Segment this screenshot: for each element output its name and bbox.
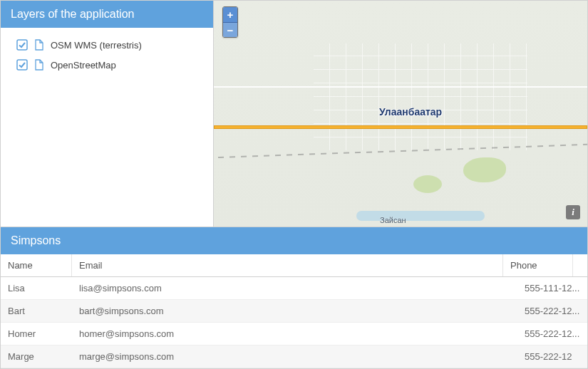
layers-panel-title: Layers of the application <box>1 1 213 28</box>
map-park <box>413 175 442 193</box>
column-header-name[interactable]: Name <box>1 254 72 276</box>
map-secondary-road <box>214 86 587 88</box>
map-sub-label: Зайсан <box>380 216 406 224</box>
layers-panel: Layers of the application OSM WMS (terre… <box>0 0 214 227</box>
checkbox-checked-icon[interactable] <box>16 59 28 71</box>
cell-email: bart@simpsons.com <box>72 300 517 322</box>
file-icon <box>33 59 45 71</box>
grid: Name Email Phone Lisa lisa@simpsons.com … <box>1 254 587 368</box>
plus-icon: + <box>227 9 234 21</box>
cell-phone: 555-222-12... <box>517 300 587 322</box>
cell-name: Marge <box>1 345 72 368</box>
upper-region: Layers of the application OSM WMS (terre… <box>0 0 588 227</box>
app-root: Layers of the application OSM WMS (terre… <box>0 0 588 369</box>
table-row[interactable]: Homer homer@simpsons.com 555-222-12... <box>1 323 587 345</box>
svg-rect-1 <box>17 60 27 70</box>
cell-name: Lisa <box>1 277 72 299</box>
cell-email: marge@simpsons.com <box>72 345 517 368</box>
cell-phone: 555-111-12... <box>517 277 587 299</box>
minus-icon: − <box>227 24 234 36</box>
cell-email: lisa@simpsons.com <box>72 277 517 299</box>
column-header-phone[interactable]: Phone <box>503 254 573 276</box>
map-water <box>356 211 485 221</box>
column-header-email[interactable]: Email <box>72 254 503 276</box>
map-street-grid <box>314 43 527 150</box>
svg-rect-0 <box>17 40 27 50</box>
grid-header-row: Name Email Phone <box>1 254 587 277</box>
file-icon <box>33 39 45 51</box>
map-main-road <box>214 125 587 129</box>
checkbox-checked-icon[interactable] <box>16 39 28 51</box>
cell-name: Homer <box>1 323 72 345</box>
cell-phone: 555-222-12... <box>517 323 587 345</box>
table-row[interactable]: Bart bart@simpsons.com 555-222-12... <box>1 300 587 323</box>
table-row[interactable]: Marge marge@simpsons.com 555-222-12 <box>1 345 587 368</box>
cell-phone: 555-222-12 <box>517 345 587 368</box>
layer-item-openstreetmap[interactable]: OpenStreetMap <box>14 55 213 75</box>
layer-item-label: OSM WMS (terrestris) <box>51 40 142 51</box>
zoom-in-button[interactable]: + <box>223 7 237 22</box>
grid-panel: Simpsons Name Email Phone Lisa lisa@simp… <box>0 227 588 369</box>
map-viewport[interactable]: Улаанбаатар Зайсан + − i <box>214 0 588 227</box>
layer-item-osm-wms[interactable]: OSM WMS (terrestris) <box>14 35 213 55</box>
cell-email: homer@simpsons.com <box>72 323 517 345</box>
map-park <box>463 157 506 182</box>
attribution-button[interactable]: i <box>566 205 580 219</box>
zoom-out-button[interactable]: − <box>223 22 237 37</box>
column-header-scroll-spacer <box>573 254 587 276</box>
zoom-control: + − <box>222 6 238 38</box>
grid-body[interactable]: Lisa lisa@simpsons.com 555-111-12... Bar… <box>1 277 587 368</box>
table-row[interactable]: Lisa lisa@simpsons.com 555-111-12... <box>1 277 587 300</box>
map-city-label: Улаанбаатар <box>379 106 442 118</box>
grid-panel-title: Simpsons <box>1 227 587 254</box>
info-icon: i <box>572 207 574 218</box>
layer-item-label: OpenStreetMap <box>51 60 116 71</box>
cell-name: Bart <box>1 300 72 322</box>
layers-list: OSM WMS (terrestris) OpenStreetMap <box>1 28 213 82</box>
